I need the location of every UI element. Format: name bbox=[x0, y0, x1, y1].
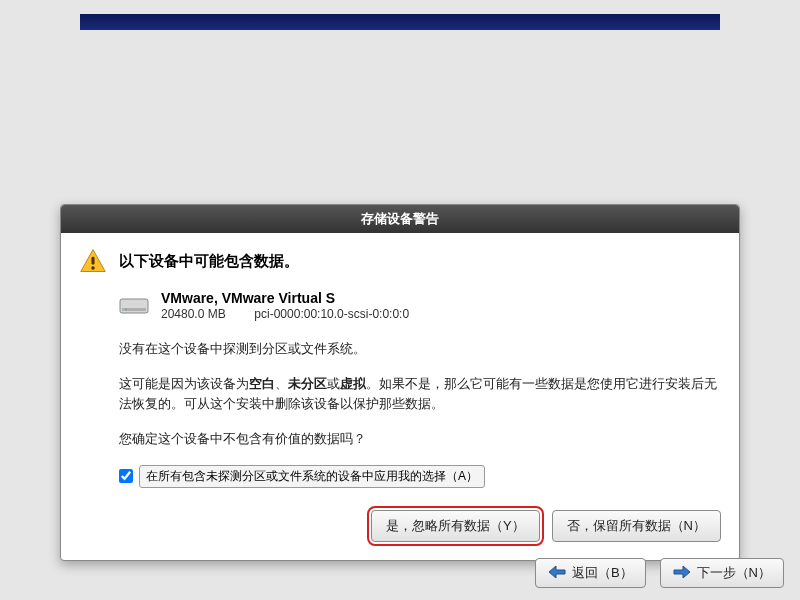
device-size: 20480.0 MB bbox=[161, 307, 251, 323]
arrow-right-icon bbox=[673, 565, 691, 582]
apply-all-row: 在所有包含未探测分区或文件系统的设备中应用我的选择（A） bbox=[119, 465, 721, 488]
wizard-footer-buttons: 返回（B） 下一步（N） bbox=[535, 558, 784, 588]
harddisk-icon bbox=[119, 295, 149, 317]
dialog-button-row: 是，忽略所有数据（Y） 否，保留所有数据（N） bbox=[79, 510, 721, 542]
storage-warning-dialog: 存储设备警告 以下设备中可能包含数据。 VMware, V bbox=[60, 204, 740, 561]
svg-point-4 bbox=[125, 308, 127, 310]
paragraph-confirm: 您确定这个设备中不包含有价值的数据吗？ bbox=[119, 429, 721, 449]
back-button[interactable]: 返回（B） bbox=[535, 558, 646, 588]
device-info: VMware, VMware Virtual S 20480.0 MB pci-… bbox=[161, 289, 409, 323]
warning-header-row: 以下设备中可能包含数据。 bbox=[79, 247, 721, 275]
yes-discard-button[interactable]: 是，忽略所有数据（Y） bbox=[371, 510, 540, 542]
svg-rect-0 bbox=[92, 257, 95, 265]
dialog-body: 以下设备中可能包含数据。 VMware, VMware Virtual S 20… bbox=[61, 233, 739, 560]
paragraph-no-partition: 没有在这个设备中探测到分区或文件系统。 bbox=[119, 339, 721, 359]
device-path: pci-0000:00:10.0-scsi-0:0:0:0 bbox=[254, 307, 409, 321]
device-name: VMware, VMware Virtual S bbox=[161, 289, 409, 307]
device-subinfo: 20480.0 MB pci-0000:00:10.0-scsi-0:0:0:0 bbox=[161, 307, 409, 323]
apply-all-label[interactable]: 在所有包含未探测分区或文件系统的设备中应用我的选择（A） bbox=[139, 465, 485, 488]
warning-icon bbox=[79, 247, 107, 275]
device-row: VMware, VMware Virtual S 20480.0 MB pci-… bbox=[119, 289, 721, 323]
next-button-label: 下一步（N） bbox=[697, 564, 771, 582]
back-button-label: 返回（B） bbox=[572, 564, 633, 582]
svg-point-1 bbox=[91, 266, 95, 270]
dialog-title: 存储设备警告 bbox=[61, 205, 739, 233]
warning-heading: 以下设备中可能包含数据。 bbox=[119, 252, 299, 271]
apply-all-checkbox[interactable] bbox=[119, 469, 133, 483]
top-banner bbox=[80, 14, 720, 30]
next-button[interactable]: 下一步（N） bbox=[660, 558, 784, 588]
arrow-left-icon bbox=[548, 565, 566, 582]
no-keep-button[interactable]: 否，保留所有数据（N） bbox=[552, 510, 721, 542]
paragraph-explanation: 这可能是因为该设备为空白、未分区或虚拟。如果不是，那么它可能有一些数据是您使用它… bbox=[119, 374, 721, 413]
